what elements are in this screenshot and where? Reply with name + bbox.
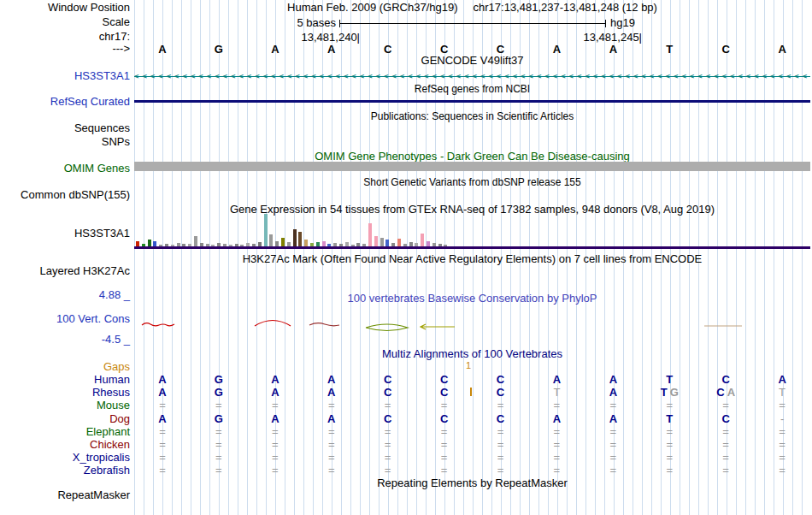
omim-genes-label[interactable]: OMIM Genes — [0, 163, 130, 175]
species-label-x_tropicalis[interactable]: X_tropicalis — [0, 452, 130, 464]
publications-track-title: Publications: Sequences in Scientific Ar… — [134, 110, 810, 122]
alignment-base: = — [528, 465, 585, 477]
base-letter: A — [528, 43, 585, 56]
alignment-base: = — [303, 439, 360, 451]
multiz-track-title: Multiz Alignments of 100 Vertebrates — [134, 348, 810, 360]
alignment-base: = — [247, 452, 303, 464]
alignment-base: A — [303, 413, 360, 425]
base-letter: A — [134, 43, 191, 56]
vert-cons-label[interactable]: 100 Vert. Cons — [0, 313, 130, 325]
repeatmasker-label[interactable]: RepeatMasker — [0, 489, 130, 501]
alignment-base: C — [697, 374, 754, 386]
gencode-track-title: GENCODE V49lift37 — [134, 55, 810, 67]
alignment-base: = — [641, 426, 697, 438]
alignment-base: C — [360, 413, 416, 425]
alignment-base: = — [473, 439, 529, 451]
gaps-label[interactable]: Gaps — [0, 361, 130, 373]
alignment-base: C — [416, 413, 473, 425]
window-position-value: Human Feb. 2009 (GRCh37/hg19)chr17:13,48… — [134, 2, 810, 14]
wiggle-segment — [421, 324, 455, 329]
scale-label: Scale — [0, 16, 130, 28]
rhesus-insertion-tick — [470, 388, 472, 396]
base-letter: G — [191, 43, 247, 56]
species-label-chicken[interactable]: Chicken — [0, 439, 130, 451]
gtex-bar — [397, 239, 401, 246]
alignment-base: = — [528, 439, 585, 451]
alignment-base: = — [416, 439, 473, 451]
gencode-gene-model[interactable]: <<<<<<<<<<<<<<<<<<<<<<<<<<<<<<<<<<<<<<<<… — [134, 72, 810, 80]
species-label-dog[interactable]: Dog — [0, 413, 130, 425]
snps-label[interactable]: SNPs — [0, 136, 130, 148]
wiggle-segment — [309, 323, 339, 326]
alignment-base: = — [247, 400, 303, 411]
species-label-mouse[interactable]: Mouse — [0, 400, 130, 411]
alignment-base: = — [697, 452, 754, 464]
alignment-base: A — [754, 374, 810, 386]
alignment-base: = — [585, 465, 641, 477]
alignment-base: = — [754, 465, 810, 477]
species-label-rhesus[interactable]: Rhesus — [0, 387, 130, 399]
scale-bar — [339, 20, 606, 27]
base-letter: T — [641, 43, 697, 56]
alignment-base: G — [191, 387, 247, 399]
base-letter: A — [303, 43, 360, 56]
common-dbsnp-label[interactable]: Common dbSNP(155) — [0, 189, 130, 201]
alignment-base: = — [360, 439, 416, 451]
refseq-gene-model[interactable] — [134, 100, 810, 103]
coordinate-tick-left: 13,481,240| — [189, 31, 360, 44]
reference-sequence-row: AGAACCCAATCA — [134, 43, 810, 55]
alignment-base: A — [528, 413, 585, 425]
alignment-base: = — [134, 400, 191, 411]
alignment-base: = — [416, 400, 473, 411]
alignment-base: TG — [641, 387, 697, 399]
conservation-wiggle[interactable] — [134, 304, 810, 346]
alignment-base: G — [191, 374, 247, 386]
alignment-base: = — [247, 439, 303, 451]
alignment-base: A — [528, 374, 585, 386]
gtex-bar — [281, 238, 285, 246]
species-label-elephant[interactable]: Elephant — [0, 426, 130, 438]
phylop-max-value: 4.88 _ — [0, 289, 130, 301]
gtex-gene-label[interactable]: HS3ST3A1 — [0, 228, 130, 240]
gtex-expression-barchart[interactable] — [134, 214, 810, 246]
alignment-base: = — [247, 465, 303, 477]
alignment-base: A — [303, 387, 360, 399]
alignment-base: = — [416, 452, 473, 464]
gtex-bar — [374, 236, 378, 246]
alignment-base: A — [247, 413, 303, 425]
species-label-zebrafish[interactable]: Zebrafish — [0, 465, 130, 477]
alignment-base: C — [473, 387, 529, 399]
repeatmasker-track-title: Repeating Elements by RepeatMasker — [134, 477, 810, 489]
gencode-gene-label[interactable]: HS3ST3A1 — [0, 70, 130, 82]
wiggle-segment — [366, 324, 408, 331]
alignment-base: = — [754, 439, 810, 451]
alignment-base: A — [303, 374, 360, 386]
strand-direction-label: ---> — [0, 43, 130, 55]
alignment-base: A — [247, 387, 303, 399]
layered-h3k27ac-label[interactable]: Layered H3K27Ac — [0, 265, 130, 277]
alignment-base: = — [191, 452, 247, 464]
gtex-gene-model-line — [134, 246, 810, 249]
alignment-base: = — [134, 465, 191, 477]
alignment-base: = — [473, 400, 529, 411]
insertion-size-marker: 1 — [466, 360, 471, 370]
omim-gene-bar[interactable] — [134, 162, 810, 171]
phylop-min-value: -4.5 _ — [0, 334, 130, 346]
alignment-base: = — [303, 426, 360, 438]
alignment-base: = — [134, 439, 191, 451]
alignment-base: - — [754, 413, 810, 425]
alignment-base: = — [641, 400, 697, 411]
sequences-label[interactable]: Sequences — [0, 122, 130, 134]
gtex-bar — [194, 236, 197, 246]
refseq-curated-label[interactable]: RefSeq Curated — [0, 96, 130, 108]
species-label-human[interactable]: Human — [0, 374, 130, 386]
h3k27ac-track-title: H3K27Ac Mark (Often Found Near Active Re… — [134, 253, 810, 265]
base-letter: A — [585, 43, 641, 56]
alignment-base: CA — [697, 387, 754, 399]
alignment-base: = — [247, 426, 303, 438]
window-position-label: Window Position — [0, 2, 130, 14]
alignment-base: = — [473, 465, 529, 477]
transcription-direction-arrows: <<<<<<<<<<<<<<<<<<<<<<<<<<<<<<<<<<<<<<<<… — [134, 72, 810, 80]
base-letter: C — [360, 43, 416, 56]
alignment-base: T — [754, 387, 810, 399]
